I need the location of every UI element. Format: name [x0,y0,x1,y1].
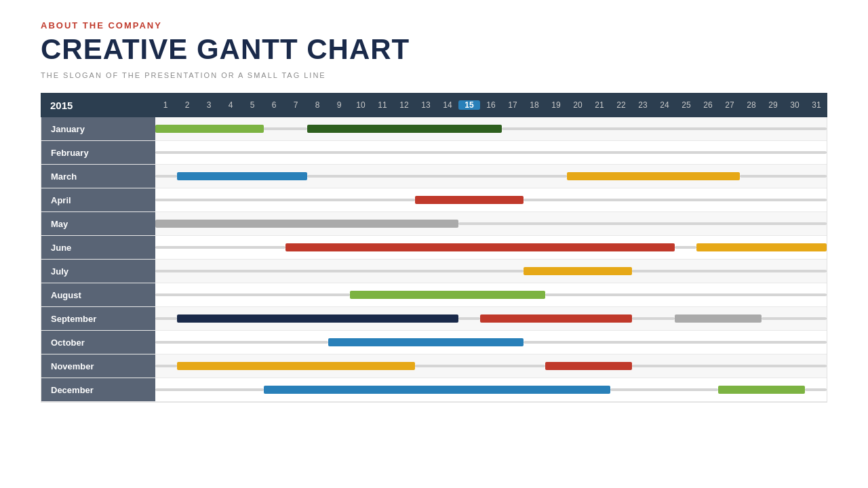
bar-september-2 [675,314,762,323]
bar-january-0 [155,125,264,133]
bar-may-0 [155,220,458,228]
chart-row-june: June [41,236,827,260]
chart-row-march: March [41,165,827,188]
bars-area-september [155,307,827,330]
subtitle: About the Company [41,20,827,30]
bars-area-august [155,283,827,306]
day-header-8: 8 [307,100,328,110]
bars-area-july [155,260,827,283]
bar-november-1 [545,362,632,370]
day-header-23: 23 [632,100,654,110]
tagline: The Slogan of the Presentation or a Smal… [41,71,827,79]
gantt-chart: 2015 12345678910111213141516171819202122… [41,93,827,403]
day-header-21: 21 [589,100,610,110]
bars-area-may [155,212,827,235]
bars-area-january [155,117,827,140]
day-header-17: 17 [502,100,524,110]
month-label-march: March [41,165,155,188]
bars-area-october [155,331,827,354]
day-header-6: 6 [263,100,285,110]
day-header-11: 11 [372,100,393,110]
bar-june-1 [696,243,827,251]
day-header-20: 20 [567,100,589,110]
chart-row-august: August [41,283,827,307]
month-label-august: August [41,283,155,306]
day-header-29: 29 [762,100,784,110]
bar-september-1 [480,314,632,323]
month-label-september: September [41,307,155,330]
day-header-25: 25 [675,100,697,110]
chart-row-july: July [41,260,827,283]
bar-november-0 [177,362,415,370]
day-header-9: 9 [328,100,350,110]
bar-april-0 [415,196,524,204]
day-header-3: 3 [198,100,220,110]
bars-area-june [155,236,827,259]
day-header-4: 4 [220,100,241,110]
chart-row-february: February [41,141,827,165]
bar-january-1 [307,125,502,133]
month-label-february: February [41,141,155,164]
day-header-16: 16 [480,100,502,110]
day-header-31: 31 [806,100,827,110]
day-header-19: 19 [545,100,567,110]
chart-row-october: October [41,331,827,354]
day-header-2: 2 [176,100,198,110]
day-header-30: 30 [784,100,806,110]
month-label-july: July [41,260,155,283]
bar-december-1 [718,386,805,394]
chart-header: 2015 12345678910111213141516171819202122… [41,93,827,117]
day-header-28: 28 [741,100,762,110]
day-header-10: 10 [350,100,372,110]
full-bg [155,152,827,153]
month-label-june: June [41,236,155,259]
bars-area-march [155,165,827,188]
day-header-12: 12 [393,100,415,110]
bar-october-0 [328,338,523,346]
bar-september-0 [177,314,458,323]
bar-june-0 [285,243,675,251]
bars-area-february [155,141,827,164]
chart-row-december: December [41,378,827,402]
bars-area-december [155,378,827,401]
chart-body: JanuaryFebruaryMarchAprilMayJuneJulyAugu… [41,117,827,403]
chart-row-may: May [41,212,827,236]
bar-december-0 [264,386,610,394]
month-label-october: October [41,331,155,354]
page: About the Company Creative Gantt Chart T… [0,0,868,416]
month-label-december: December [41,378,155,401]
chart-row-september: September [41,307,827,331]
day-header-15: 15 [458,100,480,110]
day-header-27: 27 [719,100,741,110]
day-header-14: 14 [437,100,458,110]
bar-march-0 [177,172,307,180]
month-label-april: April [41,188,155,211]
bar-march-1 [567,172,740,180]
chart-row-november: November [41,354,827,378]
days-header: 1234567891011121314151617181920212223242… [155,100,827,110]
month-label-january: January [41,117,155,140]
day-header-24: 24 [654,100,675,110]
year-label: 2015 [41,100,155,111]
full-bg [155,270,827,272]
day-header-18: 18 [524,100,545,110]
day-header-26: 26 [697,100,719,110]
bars-area-november [155,354,827,378]
month-label-november: November [41,354,155,378]
day-header-13: 13 [415,100,437,110]
month-label-may: May [41,212,155,235]
day-header-7: 7 [285,100,307,110]
chart-row-april: April [41,188,827,212]
day-header-5: 5 [241,100,263,110]
bar-august-0 [350,291,545,299]
day-header-22: 22 [610,100,632,110]
bars-area-april [155,188,827,211]
title: Creative Gantt Chart [41,33,827,66]
chart-row-january: January [41,117,827,141]
day-header-1: 1 [155,100,176,110]
bar-july-0 [524,267,632,275]
